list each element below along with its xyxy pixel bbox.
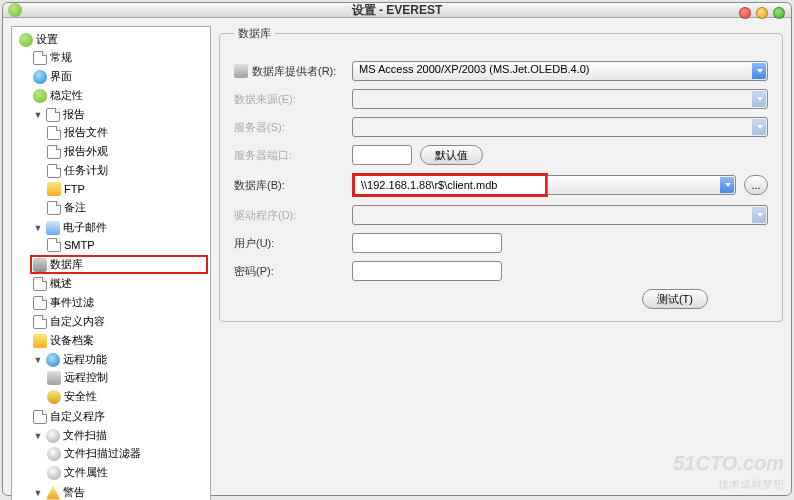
default-button[interactable]: 默认值 <box>420 145 483 165</box>
content-area: 设置 常规 界面 稳定性 ▼报告 报告文件 报告外观 任务计划 FTP <box>3 18 791 500</box>
tree-item-report[interactable]: ▼报告 <box>31 106 207 123</box>
search-icon <box>47 466 61 480</box>
doc-icon <box>47 126 61 140</box>
folder-icon <box>47 182 61 196</box>
chevron-down-icon <box>725 183 731 187</box>
window-title: 设置 - EVEREST <box>3 2 791 19</box>
close-icon[interactable] <box>739 7 751 19</box>
highlight-annotation <box>352 173 548 197</box>
tree-item-smtp[interactable]: SMTP <box>45 237 207 253</box>
tree-item-custom-prog[interactable]: 自定义程序 <box>31 408 207 425</box>
database-fieldset: 数据库 数据库提供者(R): MS Access 2000/XP/2003 (M… <box>219 26 783 322</box>
tree-root[interactable]: 设置 <box>17 31 207 48</box>
settings-window: 设置 - EVEREST 设置 常规 界面 稳定性 ▼报告 <box>2 2 792 496</box>
chevron-down-icon <box>757 69 763 73</box>
tree-item-remote[interactable]: ▼远程功能 <box>31 351 207 368</box>
doc-icon <box>33 277 47 291</box>
gear-icon <box>19 33 33 47</box>
tree-item-task[interactable]: 任务计划 <box>45 162 207 179</box>
form-pane: 数据库 数据库提供者(R): MS Access 2000/XP/2003 (M… <box>219 26 783 500</box>
pass-label: 密码(P): <box>234 264 344 279</box>
minimize-icon[interactable] <box>756 7 768 19</box>
doc-icon <box>33 51 47 65</box>
database-icon <box>33 258 47 272</box>
archive-icon <box>33 334 47 348</box>
fieldset-legend: 数据库 <box>234 26 275 41</box>
tree-item-filter[interactable]: 事件过滤 <box>31 294 207 311</box>
tree-item-scan-filter[interactable]: 文件扫描过滤器 <box>45 445 207 462</box>
tree-item-email[interactable]: ▼电子邮件 <box>31 219 207 236</box>
expand-icon[interactable]: ▼ <box>33 431 43 441</box>
gear-icon <box>33 89 47 103</box>
warning-icon <box>46 486 60 500</box>
tree-item-report-file[interactable]: 报告文件 <box>45 124 207 141</box>
tree-item-ui[interactable]: 界面 <box>31 68 207 85</box>
globe-icon <box>33 70 47 84</box>
remote-icon <box>46 353 60 367</box>
chevron-down-icon <box>757 97 763 101</box>
browse-button[interactable]: ... <box>744 175 768 195</box>
search-icon <box>46 429 60 443</box>
user-label: 用户(U): <box>234 236 344 251</box>
tree-item-archive[interactable]: 设备档案 <box>31 332 207 349</box>
database-input[interactable] <box>355 176 545 194</box>
chevron-down-icon <box>757 213 763 217</box>
tree-item-remote-ctrl[interactable]: 远程控制 <box>45 369 207 386</box>
search-icon <box>47 447 61 461</box>
notes-icon <box>47 201 61 215</box>
chevron-down-icon <box>757 125 763 129</box>
mail-icon <box>46 221 60 235</box>
expand-icon[interactable]: ▼ <box>33 355 43 365</box>
user-input[interactable] <box>352 233 502 253</box>
tree-item-filescan[interactable]: ▼文件扫描 <box>31 427 207 444</box>
server-select <box>352 117 768 137</box>
driver-select <box>352 205 768 225</box>
tree-item-general[interactable]: 常规 <box>31 49 207 66</box>
report-icon <box>46 108 60 122</box>
server-label: 服务器(S): <box>234 120 344 135</box>
tree-item-summary[interactable]: 概述 <box>31 275 207 292</box>
doc-icon <box>33 315 47 329</box>
titlebar[interactable]: 设置 - EVEREST <box>3 3 791 18</box>
tree-item-stability[interactable]: 稳定性 <box>31 87 207 104</box>
password-input[interactable] <box>352 261 502 281</box>
zoom-icon[interactable] <box>773 7 785 19</box>
filter-icon <box>33 296 47 310</box>
db-label: 数据库(B): <box>234 178 344 193</box>
task-icon <box>47 164 61 178</box>
doc-icon <box>47 238 61 252</box>
tree-item-ftp[interactable]: FTP <box>45 181 207 197</box>
tree-item-file-attr[interactable]: 文件属性 <box>45 464 207 481</box>
tree-item-notes[interactable]: 备注 <box>45 199 207 216</box>
datasource-label: 数据来源(E): <box>234 92 344 107</box>
driver-label: 驱动程序(D): <box>234 208 344 223</box>
window-controls <box>739 7 785 19</box>
tree-item-report-look[interactable]: 报告外观 <box>45 143 207 160</box>
port-label: 服务器端口: <box>234 148 344 163</box>
provider-select[interactable]: MS Access 2000/XP/2003 (MS.Jet.OLEDB.4.0… <box>352 61 768 81</box>
doc-icon <box>33 410 47 424</box>
test-button[interactable]: 测试(T) <box>642 289 708 309</box>
expand-icon[interactable]: ▼ <box>33 223 43 233</box>
datasource-select <box>352 89 768 109</box>
tree-item-security[interactable]: 安全性 <box>45 388 207 405</box>
doc-icon <box>47 145 61 159</box>
tree-item-alerts[interactable]: ▼警告 <box>31 484 207 500</box>
expand-icon[interactable]: ▼ <box>33 488 43 498</box>
key-icon <box>47 390 61 404</box>
provider-label: 数据库提供者(R): <box>234 64 344 79</box>
server-icon <box>234 64 248 78</box>
database-select[interactable] <box>547 175 736 195</box>
server-icon <box>47 371 61 385</box>
settings-tree[interactable]: 设置 常规 界面 稳定性 ▼报告 报告文件 报告外观 任务计划 FTP <box>11 26 211 500</box>
port-input <box>352 145 412 165</box>
tree-item-database[interactable]: 数据库 <box>31 256 207 273</box>
expand-icon[interactable]: ▼ <box>33 110 43 120</box>
tree-item-custom[interactable]: 自定义内容 <box>31 313 207 330</box>
